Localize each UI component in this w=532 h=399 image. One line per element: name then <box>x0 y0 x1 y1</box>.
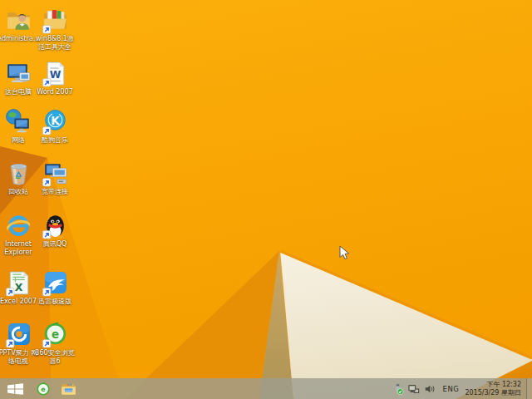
desktop-icon-pptv[interactable]: PPTV聚力 网络电视 <box>0 321 37 366</box>
network-icon <box>5 108 32 135</box>
system-tray: ENG 下午 12:32 2015/3/29 星期日 <box>391 378 532 399</box>
recycle-bin-icon <box>5 160 32 187</box>
kugou-icon: K <box>42 108 69 135</box>
desktop-icon-recycle-bin[interactable]: 回收站 <box>0 160 37 196</box>
desktop-wallpaper <box>0 0 532 399</box>
taskbar: e <box>0 378 532 399</box>
clock-date: 2015/3/29 星期日 <box>465 389 521 397</box>
taskbar-file-explorer[interactable] <box>56 378 81 399</box>
desktop-icon-tencent-qq[interactable]: 腾讯QQ <box>37 212 73 249</box>
desktop-icon-label: 360安全浏览器6 <box>33 349 76 366</box>
excel-icon: X <box>5 269 32 297</box>
thunder-icon <box>42 269 69 297</box>
desktop-icon-word-2007[interactable]: W Word 2007 <box>37 60 73 96</box>
desktop-icon-label: win8&8.1激活工具大全 <box>33 35 76 52</box>
file-explorer-icon <box>61 382 76 396</box>
svg-text:W: W <box>49 69 61 81</box>
word-icon: W <box>42 60 69 87</box>
svg-text:K: K <box>51 115 60 127</box>
desktop-icon-this-pc[interactable]: 这台电脑 <box>0 60 37 96</box>
desktop-icon-win8-tools[interactable]: win8&8.1激活工具大全 <box>37 7 73 52</box>
svg-text:e: e <box>41 386 45 393</box>
desktop-icon-thunder[interactable]: 迅雷极速版 <box>37 269 73 306</box>
360-browser-icon: e <box>42 321 69 348</box>
usb-safely-remove-icon[interactable] <box>392 383 404 395</box>
desktop-icon-broadband[interactable]: 宽带连接 <box>37 160 73 196</box>
language-indicator[interactable]: ENG <box>443 385 460 393</box>
desktop-icon-administrator[interactable]: Administra... <box>0 7 37 43</box>
taskbar-clock[interactable]: 下午 12:32 2015/3/29 星期日 <box>465 381 521 397</box>
network-status-icon[interactable] <box>408 383 420 395</box>
books-folder-icon <box>42 7 69 34</box>
show-desktop-button[interactable] <box>526 378 532 399</box>
svg-text:e: e <box>51 328 58 341</box>
volume-icon[interactable] <box>424 383 436 395</box>
desktop-icon-360-browser[interactable]: e 360安全浏览器6 <box>37 321 73 366</box>
start-button[interactable] <box>0 378 31 399</box>
desktop-icon-label: 迅雷极速版 <box>33 298 76 306</box>
qq-icon <box>42 212 69 239</box>
mouse-cursor <box>339 245 350 260</box>
user-folder-icon <box>5 7 32 34</box>
taskbar-360-browser[interactable]: e <box>31 378 56 399</box>
this-pc-icon <box>5 60 32 87</box>
desktop-icon-network[interactable]: 网络 <box>0 108 37 145</box>
360-browser-icon: e <box>36 382 51 397</box>
internet-explorer-icon <box>5 212 32 239</box>
desktop-icon-kugou[interactable]: K 酷狗音乐 <box>37 108 73 145</box>
desktop-icon-excel-2007[interactable]: X Excel 2007 <box>0 269 37 306</box>
svg-text:X: X <box>14 282 22 293</box>
clock-time: 下午 12:32 <box>465 381 521 389</box>
desktop-icon-internet-explorer[interactable]: Internet Explorer <box>0 212 37 257</box>
broadband-icon <box>42 160 69 187</box>
desktop-icon-label: 宽带连接 <box>33 188 76 196</box>
windows-logo-icon <box>7 383 23 395</box>
pptv-icon <box>5 321 32 348</box>
desktop-icon-label: 酷狗音乐 <box>33 136 76 145</box>
desktop-icon-label: 腾讯QQ <box>33 240 76 249</box>
desktop-icon-label: Word 2007 <box>33 88 76 96</box>
